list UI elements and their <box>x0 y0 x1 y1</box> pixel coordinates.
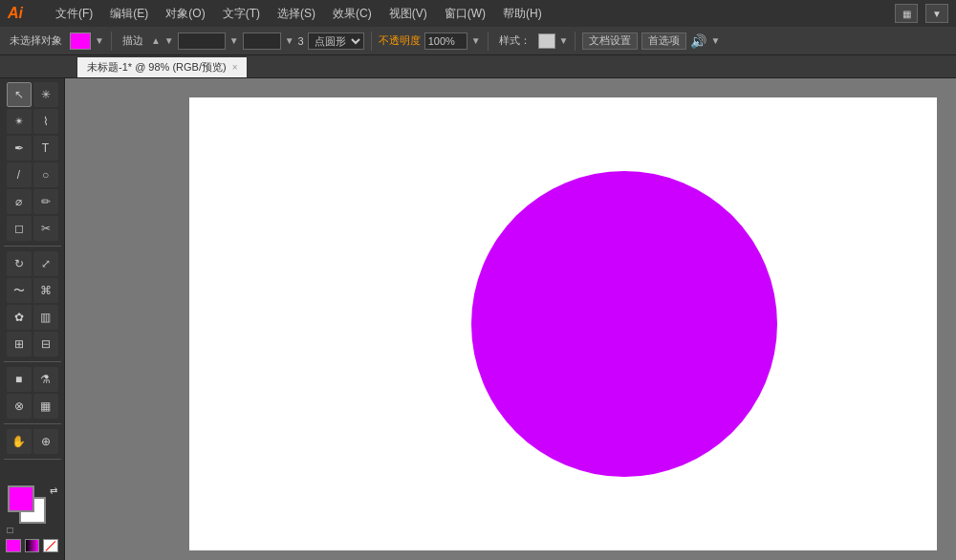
hand-tool[interactable]: ✋ <box>7 429 32 454</box>
tool-row-11: ■ ⚗ <box>2 367 62 392</box>
paintbrush-tool[interactable]: ⌀ <box>7 189 32 214</box>
sep1 <box>111 32 112 51</box>
menu-window[interactable]: 窗口(W) <box>437 4 493 24</box>
menu-effect[interactable]: 效果(C) <box>325 4 380 24</box>
selection-tool[interactable]: ↖ <box>7 82 32 107</box>
default-colors-btn[interactable]: □ <box>8 525 13 535</box>
menu-edit[interactable]: 编辑(E) <box>102 4 156 24</box>
title-bar: Ai 文件(F) 编辑(E) 对象(O) 文字(T) 选择(S) 效果(C) 视… <box>0 0 956 27</box>
symbol-tool[interactable]: ✿ <box>7 305 32 330</box>
lasso-tool[interactable]: ⌇ <box>33 109 58 134</box>
tool-row-3: ✒ T <box>2 136 62 161</box>
text-tool[interactable]: T <box>33 136 58 161</box>
menu-view[interactable]: 视图(V) <box>381 4 435 24</box>
color-section: ⇄ □ <box>2 482 62 556</box>
line-tool[interactable]: / <box>7 162 32 187</box>
stroke-num-label: 3 <box>298 35 304 47</box>
graph-tool[interactable]: ▦ <box>33 394 58 419</box>
selection-label: 未选择对象 <box>6 33 66 48</box>
color-arrow[interactable]: ▼ <box>95 35 104 46</box>
pen-tool[interactable]: ✒ <box>7 136 32 161</box>
sep3 <box>488 32 489 51</box>
sep4 <box>575 32 576 51</box>
tool-divider-3 <box>4 423 61 424</box>
style-label: 样式： <box>495 33 534 48</box>
color-mode-none[interactable] <box>43 539 58 552</box>
swap-colors-btn[interactable]: ⇄ <box>50 485 57 496</box>
document-tab[interactable]: 未标题-1* @ 98% (RGB/预览) × <box>76 56 248 77</box>
slice-tool[interactable]: ⊟ <box>33 332 58 356</box>
stroke-label: 描边 <box>119 33 147 48</box>
color-mode-gradient[interactable] <box>25 539 40 552</box>
tool-row-7: ↻ ⤢ <box>2 251 62 276</box>
stroke-arrow-up[interactable]: ▲ <box>151 35 161 46</box>
panel-switch-btn[interactable]: ▦ <box>895 4 918 23</box>
menu-help[interactable]: 帮助(H) <box>495 4 550 24</box>
style-swatch[interactable] <box>538 33 555 49</box>
opacity-input[interactable] <box>424 32 467 50</box>
zoom-tool[interactable]: ⊕ <box>33 429 58 454</box>
rect-tool[interactable]: ○ <box>33 162 58 187</box>
stroke-val-arrow2[interactable]: ▼ <box>285 35 294 46</box>
tool-row-9: ✿ ▥ <box>2 305 62 330</box>
opacity-label: 不透明度 <box>379 33 421 48</box>
pencil-tool[interactable]: ✏ <box>33 189 58 214</box>
toolbar-color-swatch[interactable] <box>70 32 91 50</box>
magic-wand-tool[interactable]: ✴ <box>7 109 32 134</box>
stroke-val-arrow[interactable]: ▼ <box>229 35 239 46</box>
tab-bar: 未标题-1* @ 98% (RGB/预览) × <box>0 55 956 78</box>
blend-tool[interactable]: ⊗ <box>7 394 32 419</box>
tool-divider-2 <box>4 361 61 362</box>
menu-text[interactable]: 文字(T) <box>215 4 268 24</box>
menu-select[interactable]: 选择(S) <box>270 4 323 24</box>
tool-row-6: ◻ ✂ <box>2 216 62 241</box>
options-toolbar: 未选择对象 ▼ 描边 ▲ ▼ ▼ ▼ 3 点圆形 不透明度 ▼ 样式： ▼ 文档… <box>0 27 956 55</box>
scissors-tool[interactable]: ✂ <box>33 216 58 241</box>
tool-row-8: 〜 ⌘ <box>2 278 62 303</box>
main-layout: ↖ ✳ ✴ ⌇ ✒ T / ○ ⌀ ✏ ◻ ✂ ↻ ⤢ 〜 ⌘ <box>0 78 956 560</box>
preferences-button[interactable]: 首选项 <box>641 32 686 50</box>
workspace-btn[interactable]: ▼ <box>925 4 948 23</box>
warp-tool[interactable]: 〜 <box>7 278 32 303</box>
artboard <box>189 97 937 550</box>
app-logo: Ai <box>8 5 36 22</box>
menu-file[interactable]: 文件(F) <box>48 4 100 24</box>
menu-object[interactable]: 对象(O) <box>158 4 212 24</box>
tool-row-13: ✋ ⊕ <box>2 429 62 454</box>
tool-row-10: ⊞ ⊟ <box>2 332 62 356</box>
rotate-tool[interactable]: ↻ <box>7 251 32 276</box>
gradient-tool[interactable]: ■ <box>7 367 32 392</box>
tool-row-4: / ○ <box>2 162 62 187</box>
speaker-icon[interactable]: 🔊 <box>690 33 706 49</box>
sep2 <box>371 32 372 51</box>
stroke-value-input[interactable] <box>243 32 281 50</box>
doc-settings-button[interactable]: 文档设置 <box>582 32 638 50</box>
canvas-area <box>65 78 956 560</box>
tool-divider-1 <box>4 246 61 247</box>
tool-row-12: ⊗ ▦ <box>2 394 62 419</box>
title-bar-controls: ▦ ▼ <box>895 4 948 23</box>
style-arrow[interactable]: ▼ <box>559 35 569 46</box>
prefs-arrow[interactable]: ▼ <box>710 35 720 46</box>
menu-bar: 文件(F) 编辑(E) 对象(O) 文字(T) 选择(S) 效果(C) 视图(V… <box>48 4 550 24</box>
eyedropper-tool[interactable]: ⚗ <box>33 367 58 392</box>
color-mode-solid[interactable] <box>6 539 21 552</box>
tool-row-5: ⌀ ✏ <box>2 189 62 214</box>
free-transform-tool[interactable]: ⌘ <box>33 278 58 303</box>
stroke-input[interactable] <box>178 32 226 50</box>
tab-close-btn[interactable]: × <box>232 62 238 73</box>
color-mode-row <box>6 539 58 552</box>
shape-select[interactable]: 点圆形 <box>308 32 364 50</box>
stroke-arrow-down[interactable]: ▼ <box>164 35 174 46</box>
eraser-tool[interactable]: ◻ <box>7 216 32 241</box>
opacity-arrow[interactable]: ▼ <box>471 35 481 46</box>
tab-name: 未标题-1* @ 98% (RGB/预览) <box>87 60 227 75</box>
foreground-color[interactable] <box>8 485 34 512</box>
circle-shape[interactable] <box>471 171 777 477</box>
direct-selection-tool[interactable]: ✳ <box>33 82 58 107</box>
column-graph-tool[interactable]: ▥ <box>33 305 58 330</box>
tool-row-2: ✴ ⌇ <box>2 109 62 134</box>
color-swap-area: ⇄ □ <box>8 485 57 535</box>
scale-tool[interactable]: ⤢ <box>33 251 58 276</box>
artboard-tool[interactable]: ⊞ <box>7 332 32 356</box>
